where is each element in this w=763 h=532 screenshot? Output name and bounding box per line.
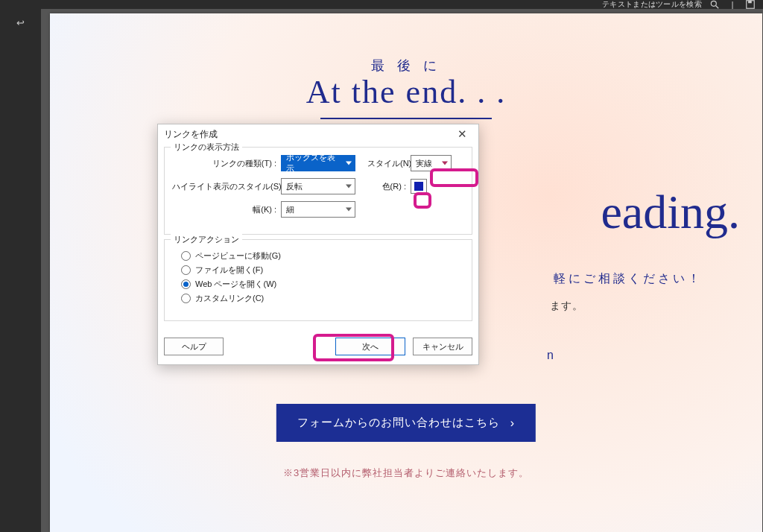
highlight-label: ハイライト表示のスタイル(S) : xyxy=(172,181,276,192)
page-masu-text: ます。 xyxy=(550,300,583,313)
group-label-action: リンクアクション xyxy=(171,234,242,245)
highlight-select[interactable]: 反転 xyxy=(281,178,355,194)
group-link-appearance: リンクの表示方法 リンクの種類(T) : ボックスを表示 スタイル(N) : 実… xyxy=(164,147,472,235)
group-label-appearance: リンクの表示方法 xyxy=(171,142,242,153)
radio-webpage-label: Web ページを開く(W) xyxy=(195,279,276,290)
svg-point-0 xyxy=(711,1,716,6)
toolbar-undo-icon[interactable]: ↩ xyxy=(13,15,28,30)
highlight-value: 反転 xyxy=(286,181,303,192)
style-label: スタイル(N) : xyxy=(367,158,406,169)
page-heading-fragment: eading. xyxy=(601,185,740,240)
radio-custom-label: カスタムリンク(C) xyxy=(195,293,264,304)
svg-rect-3 xyxy=(748,1,752,4)
next-button[interactable]: 次へ xyxy=(335,338,405,355)
width-value: 細 xyxy=(286,204,294,215)
svg-line-1 xyxy=(716,6,719,9)
radio-openfile-label: ファイルを開く(F) xyxy=(195,265,263,276)
color-label: 色(R) : xyxy=(367,181,406,192)
chevron-right-icon: › xyxy=(510,417,515,430)
cta-button[interactable]: フォームからのお問い合わせはこちら › xyxy=(276,404,536,442)
radio-icon xyxy=(181,294,191,303)
help-button-label: ヘルプ xyxy=(182,341,206,352)
left-toolbar: ↩ xyxy=(0,9,41,532)
dialog-title: リンクを作成 xyxy=(164,128,452,141)
width-label: 幅(K) : xyxy=(172,204,276,215)
page-title: At the end. . . xyxy=(50,73,762,111)
create-link-dialog: リンクを作成 ✕ リンクの表示方法 リンクの種類(T) : ボックスを表示 スタ… xyxy=(157,124,479,365)
radio-icon xyxy=(181,251,191,261)
cancel-button[interactable]: キャンセル xyxy=(413,338,472,355)
title-underline xyxy=(320,118,492,119)
style-value: 実線 xyxy=(416,158,432,169)
link-type-select[interactable]: ボックスを表示 xyxy=(281,155,355,171)
dialog-button-row: ヘルプ 次へ キャンセル xyxy=(164,336,472,357)
radio-icon xyxy=(181,265,191,275)
radio-pageview[interactable]: ページビューに移動(G) xyxy=(181,250,464,262)
cancel-button-label: キャンセル xyxy=(422,341,463,352)
next-button-label: 次へ xyxy=(362,341,379,352)
radio-custom[interactable]: カスタムリンク(C) xyxy=(181,293,464,304)
width-select[interactable]: 細 xyxy=(281,201,355,218)
app-topbar: テキストまたはツールを検索 | xyxy=(0,0,763,9)
radio-webpage[interactable]: Web ページを開く(W) xyxy=(181,279,464,290)
close-icon[interactable]: ✕ xyxy=(452,126,472,142)
cta-label: フォームからのお問い合わせはこちら xyxy=(297,416,500,430)
group-link-action: リンクアクション ページビューに移動(G) ファイルを開く(F) Web ページ… xyxy=(164,239,472,321)
link-type-label: リンクの種類(T) : xyxy=(172,158,276,169)
page-note: ※3営業日以内に弊社担当者よりご連絡いたします。 xyxy=(50,466,762,480)
help-button[interactable]: ヘルプ xyxy=(164,338,224,355)
color-swatch-inner xyxy=(414,182,423,191)
radio-pageview-label: ページビューに移動(G) xyxy=(195,250,281,262)
radio-icon xyxy=(181,279,191,289)
page-fragment-n: n xyxy=(547,349,554,362)
link-type-value: ボックスを表示 xyxy=(286,152,340,174)
radio-openfile[interactable]: ファイルを開く(F) xyxy=(181,265,464,276)
color-picker[interactable] xyxy=(411,179,427,194)
page-subtitle: 最 後 に xyxy=(50,57,762,75)
page-consult-text: 軽にご相談ください！ xyxy=(554,271,703,287)
style-select[interactable]: 実線 xyxy=(411,155,452,171)
